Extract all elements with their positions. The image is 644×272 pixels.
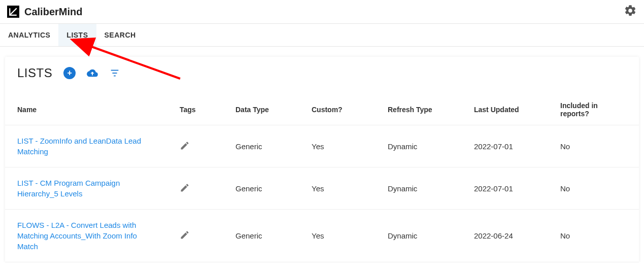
cell-included: No (548, 210, 639, 262)
filter-icon (109, 67, 120, 79)
col-refresh-type[interactable]: Refresh Type (376, 94, 462, 125)
add-list-button[interactable]: + (63, 67, 76, 79)
col-included[interactable]: Included in reports? (548, 94, 639, 125)
lists-table: Name Tags Data Type Custom? Refresh Type… (5, 94, 639, 262)
cell-last-updated: 2022-07-01 (462, 125, 548, 167)
table-row: LIST - ZoomInfo and LeanData Lead Matchi… (5, 125, 639, 167)
cell-refresh-type: Dynamic (376, 210, 462, 262)
table-header-row: Name Tags Data Type Custom? Refresh Type… (5, 94, 639, 125)
tabbar: ANALYTICS LISTS SEARCH (0, 24, 644, 47)
cell-custom: Yes (299, 210, 376, 262)
tab-lists[interactable]: LISTS (58, 24, 96, 46)
brand-name: CaliberMind (24, 6, 82, 18)
panel-title: LISTS (17, 66, 52, 80)
cell-custom: Yes (299, 167, 376, 210)
list-name-link[interactable]: LIST - ZoomInfo and LeanData Lead Matchi… (17, 135, 155, 157)
edit-tags-button[interactable] (180, 186, 190, 194)
table-row: LIST - CM Program Campaign Hierarchy_5 L… (5, 167, 639, 210)
edit-tags-button[interactable] (180, 144, 190, 152)
pencil-icon (180, 141, 190, 151)
cloud-upload-icon (87, 67, 98, 79)
cell-refresh-type: Dynamic (376, 125, 462, 167)
col-tags[interactable]: Tags (167, 94, 223, 125)
cell-last-updated: 2022-07-01 (462, 167, 548, 210)
list-name-link[interactable]: FLOWS - L2A - Convert Leads with Matchin… (17, 220, 155, 252)
cell-last-updated: 2022-06-24 (462, 210, 548, 262)
cell-refresh-type: Dynamic (376, 167, 462, 210)
table-row: FLOWS - L2A - Convert Leads with Matchin… (5, 210, 639, 262)
cell-custom: Yes (299, 125, 376, 167)
plus-circle-icon: + (63, 67, 76, 79)
edit-tags-button[interactable] (180, 233, 190, 242)
col-name[interactable]: Name (5, 94, 167, 125)
topbar: CaliberMind (0, 0, 644, 24)
col-custom[interactable]: Custom? (299, 94, 376, 125)
cell-included: No (548, 125, 639, 167)
cell-data-type: Generic (223, 210, 299, 262)
pencil-icon (180, 183, 190, 193)
upload-button[interactable] (87, 67, 98, 79)
brand: CaliberMind (7, 6, 82, 18)
content-area: LISTS + (0, 47, 644, 262)
brand-logo-icon (7, 6, 19, 18)
list-name-link[interactable]: LIST - CM Program Campaign Hierarchy_5 L… (17, 178, 155, 199)
pencil-icon (180, 230, 190, 240)
tab-analytics[interactable]: ANALYTICS (0, 24, 58, 46)
tab-search[interactable]: SEARCH (96, 24, 144, 46)
lists-panel: LISTS + (5, 57, 639, 262)
filter-button[interactable] (109, 67, 120, 79)
cell-data-type: Generic (223, 125, 299, 167)
panel-header: LISTS + (5, 66, 639, 94)
cell-data-type: Generic (223, 167, 299, 210)
col-last-updated[interactable]: Last Updated (462, 94, 548, 125)
settings-gear-icon[interactable] (624, 4, 637, 19)
col-data-type[interactable]: Data Type (223, 94, 299, 125)
cell-included: No (548, 167, 639, 210)
